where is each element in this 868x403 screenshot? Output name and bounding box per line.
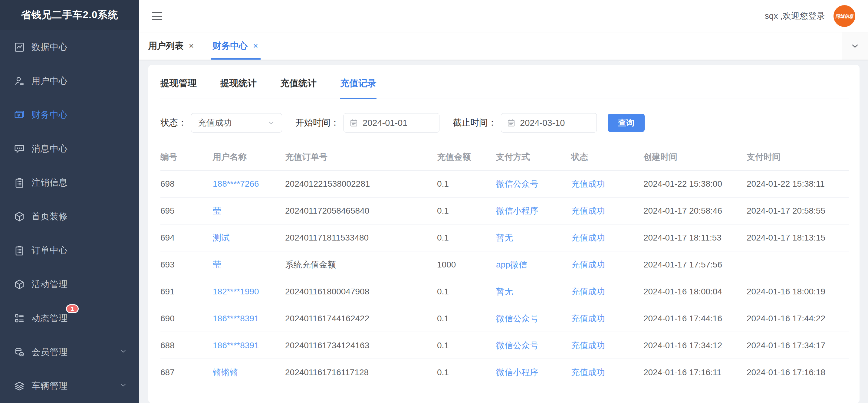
end-date-value: 2024-03-10 bbox=[520, 118, 565, 128]
cell-id: 688 bbox=[160, 332, 213, 359]
content-area: 提现管理 提现统计 充值统计 充值记录 bbox=[139, 60, 868, 403]
finance-tab[interactable]: 充值统计 bbox=[280, 77, 317, 99]
sidebar-item-label: 会员管理 bbox=[31, 346, 68, 358]
cell-id: 693 bbox=[160, 251, 213, 278]
sidebar-item-label: 订单中心 bbox=[31, 245, 68, 256]
cell-amount: 0.1 bbox=[437, 197, 496, 224]
tab-list-dropdown-button[interactable] bbox=[842, 32, 868, 60]
cell-status: 充值成功 bbox=[571, 278, 644, 305]
start-date-label: 开始时间： bbox=[296, 117, 339, 129]
table-row: 694 测试 202401171811533480 0.1 暂无 充值成功 20… bbox=[160, 224, 849, 251]
cell-amount: 0.1 bbox=[437, 305, 496, 332]
cell-amount: 0.1 bbox=[437, 224, 496, 251]
cell-order-no: 202401171811533480 bbox=[285, 224, 437, 251]
table-row: 688 186****8391 202401161734124163 0.1 微… bbox=[160, 332, 849, 359]
finance-tab-label: 充值统计 bbox=[280, 78, 317, 88]
sidebar-item-label: 车辆管理 bbox=[31, 380, 68, 392]
cell-username-link[interactable]: 莹 bbox=[213, 251, 285, 278]
sidebar-item[interactable]: 订单中心 bbox=[0, 234, 139, 268]
sidebar-item-label: 消息中心 bbox=[31, 143, 68, 155]
sidebar-item[interactable]: 用户中心 bbox=[0, 64, 139, 98]
cell-username-link[interactable]: 186****8391 bbox=[213, 305, 285, 332]
table-header-cell: 用户名称 bbox=[213, 147, 285, 170]
sidebar-item[interactable]: 会员管理 bbox=[0, 335, 139, 369]
finance-tab-label: 提现统计 bbox=[220, 78, 257, 88]
cell-username-link[interactable]: 182****1990 bbox=[213, 278, 285, 305]
sidebar: 省钱兄二手车2.0系统 数据中心 用户中心 bbox=[0, 0, 139, 403]
sidebar-item[interactable]: 消息中心 bbox=[0, 132, 139, 166]
avatar[interactable]: 同城信息 bbox=[834, 5, 855, 27]
close-icon[interactable]: × bbox=[253, 41, 258, 51]
workspace-tab[interactable]: 用户列表 × bbox=[148, 32, 194, 60]
workspace-tab-label: 财务中心 bbox=[213, 40, 248, 52]
cell-pay-method: 微信公众号 bbox=[496, 305, 571, 332]
sidebar-item[interactable]: 车辆管理 bbox=[0, 369, 139, 403]
cell-paid-at: 2024-01-17 20:58:55 bbox=[747, 197, 849, 224]
member-manage-icon bbox=[13, 346, 25, 358]
end-date-input[interactable]: 2024-03-10 bbox=[501, 113, 597, 132]
cell-username-link[interactable]: 锵锵锵 bbox=[213, 359, 285, 386]
sidebar-item-label: 活动管理 bbox=[31, 278, 68, 290]
cell-paid-at: 2024-01-16 17:16:18 bbox=[747, 359, 849, 386]
sidebar-item[interactable]: 活动管理 bbox=[0, 268, 139, 301]
cell-paid-at: 2024-01-16 18:00:19 bbox=[747, 278, 849, 305]
cell-paid-at bbox=[747, 251, 849, 278]
cell-pay-method: 微信公众号 bbox=[496, 170, 571, 197]
cell-amount: 0.1 bbox=[437, 278, 496, 305]
cell-amount: 0.1 bbox=[437, 332, 496, 359]
cell-pay-method: 暂无 bbox=[496, 224, 571, 251]
chevron-down-icon bbox=[119, 347, 127, 357]
calendar-icon bbox=[349, 118, 358, 127]
workspace-tab[interactable]: 财务中心 × bbox=[213, 32, 258, 60]
search-button[interactable]: 查询 bbox=[608, 114, 645, 132]
logout-info-icon bbox=[13, 177, 25, 188]
cell-created-at: 2024-01-17 20:58:46 bbox=[644, 197, 747, 224]
sidebar-item[interactable]: 数据中心 bbox=[0, 30, 139, 64]
user-center-icon bbox=[13, 75, 25, 87]
cell-username-link[interactable]: 188****7266 bbox=[213, 170, 285, 197]
table-header-cell: 支付时间 bbox=[747, 147, 849, 170]
calendar-icon bbox=[507, 118, 516, 127]
chevron-down-icon bbox=[119, 381, 127, 391]
finance-tabs: 提现管理 提现统计 充值统计 充值记录 bbox=[160, 77, 849, 99]
sidebar-item[interactable]: 首页装修 bbox=[0, 200, 139, 234]
cell-created-at: 2024-01-16 18:00:04 bbox=[644, 278, 747, 305]
order-center-icon bbox=[13, 245, 25, 256]
cell-username-link[interactable]: 186****8391 bbox=[213, 332, 285, 359]
cell-status: 充值成功 bbox=[571, 332, 644, 359]
cell-paid-at: 2024-01-16 17:44:22 bbox=[747, 305, 849, 332]
sidebar-item[interactable]: 动态管理 1 bbox=[0, 301, 139, 335]
finance-tab[interactable]: 提现统计 bbox=[220, 77, 257, 99]
cell-created-at: 2024-01-16 17:34:12 bbox=[644, 332, 747, 359]
table-header-cell: 支付方式 bbox=[496, 147, 571, 170]
finance-tab[interactable]: 提现管理 bbox=[160, 77, 197, 99]
cell-status: 充值成功 bbox=[571, 359, 644, 386]
start-date-input[interactable]: 2024-01-01 bbox=[343, 113, 439, 132]
cell-username-link[interactable]: 莹 bbox=[213, 197, 285, 224]
main-area: sqx ,欢迎您登录 同城信息 用户列表 × 财务中心 × bbox=[139, 0, 868, 403]
collapse-menu-icon[interactable] bbox=[152, 12, 162, 20]
table-row: 691 182****1990 202401161800047908 0.1 暂… bbox=[160, 278, 849, 305]
recharge-table: 编号用户名称充值订单号充值金额支付方式状态创建时间支付时间 698 188***… bbox=[160, 147, 849, 386]
sidebar-header: 省钱兄二手车2.0系统 bbox=[0, 0, 139, 30]
cell-order-no: 202401161716117128 bbox=[285, 359, 437, 386]
close-icon[interactable]: × bbox=[189, 41, 194, 51]
finance-tab-label: 充值记录 bbox=[340, 78, 376, 88]
finance-center-icon bbox=[13, 109, 25, 121]
sidebar-item[interactable]: 财务中心 bbox=[0, 98, 139, 132]
cell-status: 充值成功 bbox=[571, 197, 644, 224]
cell-order-no: 202401172058465840 bbox=[285, 197, 437, 224]
finance-tab[interactable]: 充值记录 bbox=[340, 77, 376, 99]
table-row: 690 186****8391 202401161744162422 0.1 微… bbox=[160, 305, 849, 332]
cell-username-link[interactable]: 测试 bbox=[213, 224, 285, 251]
status-select[interactable]: 充值成功 bbox=[191, 113, 282, 132]
table-row: 695 莹 202401172058465840 0.1 微信小程序 充值成功 … bbox=[160, 197, 849, 224]
dynamic-manage-icon bbox=[13, 313, 25, 324]
start-date-value: 2024-01-01 bbox=[363, 118, 407, 128]
cell-id: 698 bbox=[160, 170, 213, 197]
workspace-tabbar: 用户列表 × 财务中心 × bbox=[139, 32, 868, 60]
cell-status: 充值成功 bbox=[571, 170, 644, 197]
sidebar-item[interactable]: 注销信息 bbox=[0, 166, 139, 200]
message-center-icon bbox=[13, 143, 25, 155]
cell-id: 694 bbox=[160, 224, 213, 251]
